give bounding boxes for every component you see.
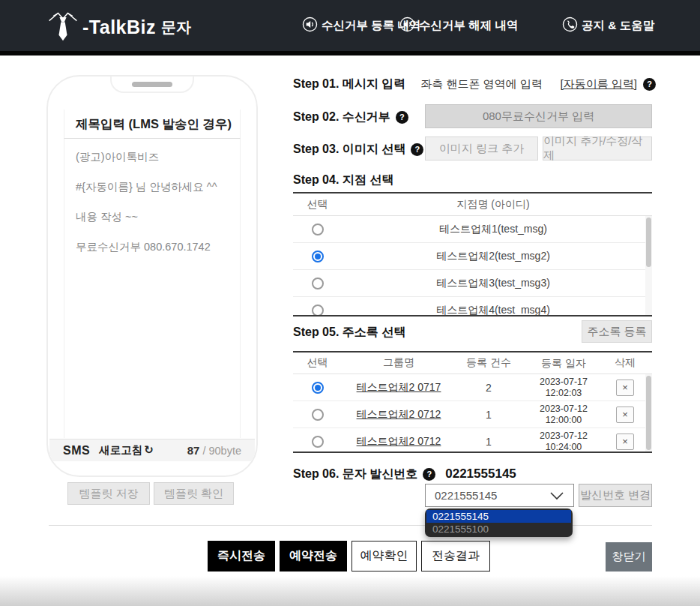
step5-title: Step 05. 주소록 선택 xyxy=(293,325,405,340)
refresh-icon: ↻ xyxy=(144,443,154,456)
group-count: 1 xyxy=(456,409,522,421)
step1-title: Step 01. 메시지 입력 xyxy=(293,76,405,92)
group-date: 2023-07-1212:00:00 xyxy=(522,404,606,426)
addressbook-register-button[interactable]: 주소록 등록 xyxy=(582,320,652,343)
group-radio[interactable] xyxy=(312,382,324,394)
phone-preview: 제목입력 (LMS 발송인 경우) (광고)아이톡비즈 #{자동이름} 님 안녕… xyxy=(46,75,258,477)
page-bottom-shadow xyxy=(0,576,700,606)
addressbook-row[interactable]: 테스트업체2 0717 2 2023-07-1712:02:03 × xyxy=(293,374,652,401)
col-count: 등록 건수 xyxy=(456,356,522,370)
current-sender-number: 0221555145 xyxy=(445,466,516,482)
sms-status-bar: SMS 새로고침↻ 87 / 90byte xyxy=(49,439,255,461)
logo-suffix-text: 문자 xyxy=(161,17,191,38)
group-date: 2023-07-1210:24:00 xyxy=(522,430,606,453)
branch-label: 테스트업체2(test_msg2) xyxy=(342,250,645,263)
nav-unsubscribe-release[interactable]: 수신거부 해제 내역 xyxy=(399,0,519,51)
phone-icon xyxy=(562,16,582,35)
sender-number-select[interactable]: 0221555145 xyxy=(425,484,574,507)
send-reserve-button[interactable]: 예약전송 xyxy=(280,541,347,572)
delete-group-button[interactable]: × xyxy=(616,434,634,450)
col-branch-name: 지점명 (아이디) xyxy=(342,198,645,212)
col-date: 등록 일자 xyxy=(522,358,606,369)
branch-label: 테스트업체3(test_msg3) xyxy=(342,277,645,290)
addressbook-table: 선택 그룹명 등록 건수 등록 일자 삭제 테스트업체2 0717 2 2023… xyxy=(293,351,652,453)
app-logo[interactable]: -TalkBiz 문자 xyxy=(46,9,191,45)
send-now-button[interactable]: 즉시전송 xyxy=(208,541,275,572)
addressbook-row[interactable]: 테스트업체2 0712 1 2023-07-1210:24:00 × xyxy=(293,428,652,453)
dropdown-option[interactable]: 0221555145 xyxy=(426,510,571,523)
step1-hint: 좌측 핸드폰 영역에 입력 xyxy=(420,77,543,92)
col-group-name: 그룹명 xyxy=(342,356,456,370)
phone-notch xyxy=(110,75,194,93)
reserve-check-button[interactable]: 예약확인 xyxy=(351,541,417,572)
col-delete: 삭제 xyxy=(606,356,645,370)
message-subject-input[interactable]: 제목입력 (LMS 발송인 경우) xyxy=(64,110,241,139)
step2-row: Step 02. 수신거부 ? xyxy=(293,109,408,125)
branch-radio[interactable] xyxy=(312,250,324,262)
byte-counter: 87 / 90byte xyxy=(187,444,241,457)
addressbook-row[interactable]: 테스트업체2 0712 1 2023-07-1212:00:00 × xyxy=(293,401,652,428)
addressbook-table-scrollbar[interactable] xyxy=(645,374,652,452)
send-result-button[interactable]: 전송결과 xyxy=(421,541,490,572)
branch-radio[interactable] xyxy=(312,224,324,236)
branch-label: 테스트업체4(test_msg4) xyxy=(342,304,645,317)
branch-row[interactable]: 테스트업체3(test_msg3) xyxy=(293,270,652,297)
message-line: (광고)아이톡비즈 xyxy=(76,149,229,164)
dropdown-option[interactable]: 0221555100 xyxy=(426,523,571,536)
step2-help-icon[interactable]: ? xyxy=(396,111,408,124)
group-count: 1 xyxy=(456,436,522,448)
group-link[interactable]: 테스트업체2 0717 xyxy=(357,381,441,393)
app-header: -TalkBiz 문자 수신거부 등록 내역 수신거부 해제 내역 xyxy=(0,0,700,56)
change-sender-number-button[interactable]: 발신번호 변경 xyxy=(579,484,652,507)
logo-brand-text: -TalkBiz xyxy=(82,16,156,38)
step3-help-icon[interactable]: ? xyxy=(411,143,423,156)
group-link[interactable]: 테스트업체2 0712 xyxy=(357,435,441,447)
template-check-button[interactable]: 템플릿 확인 xyxy=(154,482,234,505)
message-body-input[interactable]: (광고)아이톡비즈 #{자동이름} 님 안녕하세요 ^^ 내용 작성 ~~ 무료… xyxy=(64,139,241,438)
col-select: 선택 xyxy=(293,356,342,370)
speaker-icon xyxy=(399,16,419,35)
group-link[interactable]: 테스트업체2 0712 xyxy=(357,408,441,420)
close-window-button[interactable]: 창닫기 xyxy=(606,542,652,572)
chevron-down-icon xyxy=(549,491,564,500)
step3-title: Step 03. 이미지 선택 xyxy=(293,142,405,158)
branch-radio[interactable] xyxy=(312,304,324,316)
branch-row[interactable]: 테스트업체1(test_msg) xyxy=(293,216,652,243)
step2-title: Step 02. 수신거부 xyxy=(293,110,390,125)
message-line: #{자동이름} 님 안녕하세요 ^^ xyxy=(76,179,229,194)
image-link-add-button[interactable]: 이미지 링크 추가 xyxy=(425,136,538,160)
select-value: 0221555145 xyxy=(435,489,497,502)
auto-name-insert-link[interactable]: [자동이름 입력] xyxy=(560,77,637,92)
image-manage-button[interactable]: 이미지 추가/수정/삭제 xyxy=(543,136,652,160)
branch-label: 테스트업체1(test_msg) xyxy=(342,223,645,236)
col-select: 선택 xyxy=(293,198,342,212)
branch-row[interactable]: 테스트업체4(test_msg4) xyxy=(293,297,652,316)
scrollbar-thumb[interactable] xyxy=(646,218,651,267)
branch-radio[interactable] xyxy=(312,278,324,290)
sender-number-dropdown: 0221555145 0221555100 xyxy=(425,508,573,537)
branch-row[interactable]: 테스트업체2(test_msg2) xyxy=(293,243,652,270)
speaker-icon xyxy=(302,16,322,35)
refresh-button[interactable]: 새로고침↻ xyxy=(99,443,154,458)
step1-help-icon[interactable]: ? xyxy=(643,78,656,91)
step1-row: Step 01. 메시지 입력 좌측 핸드폰 영역에 입력 [자동이름 입력] … xyxy=(293,75,656,93)
message-line: 내용 작성 ~~ xyxy=(76,209,229,224)
step6-title: Step 06. 문자 발신번호 xyxy=(293,466,417,482)
delete-group-button[interactable]: × xyxy=(616,406,634,423)
nav-notice-help[interactable]: 공지 & 도움말 xyxy=(562,0,654,51)
unsubscribe-080-input-button[interactable]: 080무료수신거부 입력 xyxy=(425,104,652,128)
branch-table-header: 선택 지점명 (아이디) xyxy=(293,194,652,216)
tie-logo-icon xyxy=(46,9,79,45)
template-save-button[interactable]: 템플릿 저장 xyxy=(67,482,150,505)
nav-label: 수신거부 해제 내역 xyxy=(419,18,519,34)
step3-row: Step 03. 이미지 선택 ? xyxy=(293,141,423,158)
branch-table-scrollbar[interactable] xyxy=(645,216,652,315)
step6-row: Step 06. 문자 발신번호 ? 0221555145 xyxy=(293,465,516,483)
nav-label: 공지 & 도움말 xyxy=(582,18,654,34)
delete-group-button[interactable]: × xyxy=(616,380,634,396)
group-radio[interactable] xyxy=(312,409,324,421)
addressbook-table-header: 선택 그룹명 등록 건수 등록 일자 삭제 xyxy=(293,352,652,374)
step6-help-icon[interactable]: ? xyxy=(423,468,435,481)
scrollbar-thumb[interactable] xyxy=(646,376,651,450)
group-radio[interactable] xyxy=(312,436,324,448)
